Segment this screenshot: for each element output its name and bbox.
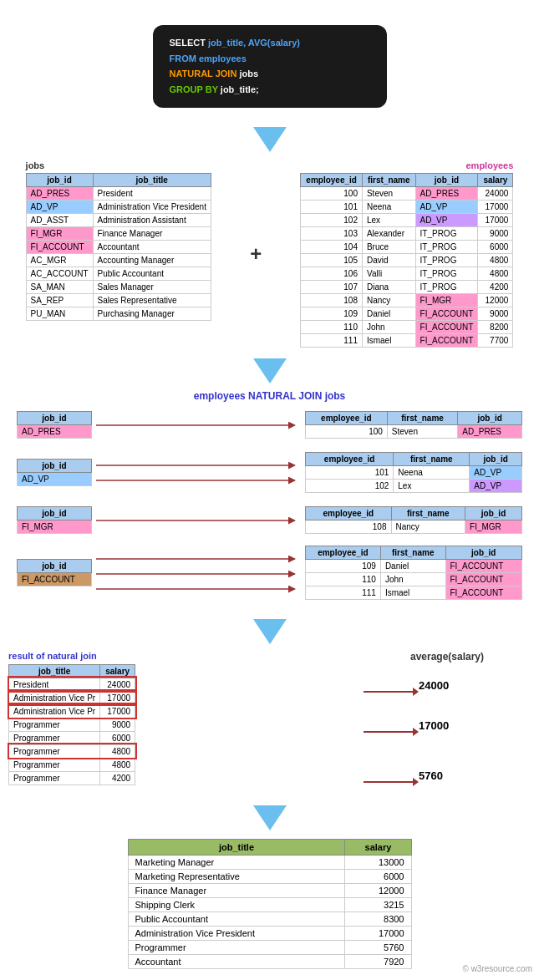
- table-row: Administration Vice Pr17000: [9, 704, 135, 718]
- avg-value-2: 17000: [419, 719, 449, 732]
- job-id-cell: PU_MAN: [26, 307, 93, 320]
- job-title-cell: Finance Manager: [93, 226, 211, 240]
- jobs-col-job_id: job_id: [26, 173, 93, 186]
- table-row: AC_MGRAccounting Manager: [26, 253, 211, 267]
- table-row: 104BruceIT_PROG6000: [301, 240, 513, 253]
- job-id-cell: FI_ACCOUNT: [26, 240, 93, 253]
- avg-value-3: 5760: [419, 769, 443, 782]
- table-row: FI_ACCOUNTAccountant: [26, 240, 211, 253]
- result-left-panel: result of natural join job_titlesalary P…: [8, 651, 355, 785]
- join-right-1: employee_idfirst_namejob_id 100StevenAD_…: [305, 411, 522, 439]
- table-row: 102LexAD_VP17000: [301, 213, 513, 226]
- table-row: Marketing Manager13000: [128, 855, 411, 869]
- join-arrow-3: [96, 505, 305, 536]
- job-id-cell: SA_REP: [26, 293, 93, 307]
- arrow-down-3: [253, 619, 287, 644]
- avg-arrow-3: [364, 781, 414, 783]
- sql-select-keyword: SELECT: [170, 38, 208, 48]
- join-arrow-svg-3: [96, 505, 305, 536]
- job-title-cell: Public Accountant: [93, 267, 211, 280]
- join-left-2: job_id AD_VP: [17, 459, 96, 486]
- table-row: SA_MANSales Manager: [26, 280, 211, 293]
- table-row: Accountant7920: [128, 954, 411, 968]
- sql-join-keyword: NATURAL JOIN: [170, 69, 240, 79]
- job-id-cell: AD_VP: [26, 200, 93, 213]
- table-row: FI_MGRFinance Manager: [26, 226, 211, 240]
- sql-select-cols: job_title, AVG(salary): [208, 38, 300, 48]
- table-row: President24000: [9, 678, 135, 691]
- watermark: © w3resource.com: [462, 964, 532, 973]
- emp-col-salary: salary: [478, 173, 513, 186]
- join-right-4: employee_idfirst_namejob_id 109DanielFI_…: [305, 546, 522, 600]
- join-left-1: job_id AD_PRES: [17, 411, 96, 439]
- join-right-2: employee_idfirst_namejob_id 101NeenaAD_V…: [305, 452, 522, 493]
- jobs-table-label: jobs: [26, 160, 211, 170]
- table-row: 105DavidIT_PROG4800: [301, 253, 513, 267]
- employees-table: employee_id first_name job_id salary 100…: [300, 173, 513, 348]
- table-row: Programmer4200: [9, 771, 135, 785]
- job-id-cell: AC_ACCOUNT: [26, 267, 93, 280]
- avg-row-3: 5760: [364, 769, 531, 795]
- avg-arrow-1: [364, 691, 414, 693]
- job-title-cell: Administration Assistant: [93, 213, 211, 226]
- table-row: Programmer6000: [9, 731, 135, 744]
- table-row: 108NancyFI_MGR12000: [301, 293, 513, 307]
- result-table: job_titlesalary President24000 Administr…: [8, 664, 135, 785]
- join-left-4: job_id FI_ACCOUNT: [17, 559, 96, 586]
- jobs-col-job_title: job_title: [93, 173, 211, 186]
- join-group-4: job_id FI_ACCOUNT employee_idfirst_namej…: [17, 544, 522, 602]
- employees-table-container: employees employee_id first_name job_id …: [300, 160, 513, 348]
- plus-sign: +: [246, 226, 266, 282]
- job-id-cell: AD_PRES: [26, 186, 93, 200]
- emp-col-employee_id: employee_id: [301, 173, 363, 186]
- sql-groupby-keyword: GROUP BY: [170, 84, 221, 94]
- job-title-cell: President: [93, 186, 211, 200]
- sql-join-table: jobs: [239, 69, 258, 79]
- result-label: result of natural join: [8, 651, 355, 661]
- table-row: AD_ASSTAdministration Assistant: [26, 213, 211, 226]
- table-row: 111IsmaelFI_ACCOUNT7700: [301, 333, 513, 347]
- avg-value-1: 24000: [419, 679, 449, 692]
- table-row: Finance Manager12000: [128, 883, 411, 897]
- table-row: 103AlexanderIT_PROG9000: [301, 226, 513, 240]
- job-title-cell: Accountant: [93, 240, 211, 253]
- table-row: Public Accountant8300: [128, 911, 411, 926]
- employees-table-label: employees: [300, 160, 513, 170]
- join-group-2: job_id AD_VP employee_idfirst_namejob_id…: [17, 449, 522, 497]
- join-arrow-2: [96, 449, 305, 497]
- emp-col-job_id: job_id: [415, 173, 478, 186]
- emp-col-first_name: first_name: [362, 173, 415, 186]
- table-row: 106ValliIT_PROG4800: [301, 267, 513, 280]
- table-row: 100StevenAD_PRES24000: [301, 186, 513, 200]
- avg-arrow-2: [364, 731, 414, 733]
- final-section: job_title salary Marketing Manager13000 …: [0, 835, 539, 973]
- table-row: AD_VPAdministration Vice President: [26, 200, 211, 213]
- join-arrow-svg-4: [96, 544, 305, 602]
- arrow-down-4: [253, 805, 287, 830]
- table-row: PU_MANPurchasing Manager: [26, 307, 211, 320]
- final-col-job_title: job_title: [128, 839, 345, 855]
- avg-row-1: 24000: [364, 679, 531, 704]
- table-row: Administration Vice President17000: [128, 926, 411, 940]
- table-row: AD_PRESPresident: [26, 186, 211, 200]
- arrow-down-2: [253, 358, 287, 383]
- table-row: Shipping Clerk3215: [128, 897, 411, 911]
- join-arrow-svg-1: [96, 410, 305, 440]
- job-title-cell: Accounting Manager: [93, 253, 211, 267]
- table-row: Marketing Representative6000: [128, 869, 411, 883]
- table-row: 107DianaIT_PROG4200: [301, 280, 513, 293]
- join-arrow-4: [96, 544, 305, 602]
- table-row: Programmer4800: [9, 758, 135, 771]
- job-title-cell: Purchasing Manager: [93, 307, 211, 320]
- table-row: AC_ACCOUNTPublic Accountant: [26, 267, 211, 280]
- join-diagram: job_id AD_PRES employee_idfirst_namejob_…: [0, 406, 539, 615]
- sql-query-box: SELECT job_title, AVG(salary) FROM emplo…: [153, 25, 387, 108]
- result-section: result of natural join job_titlesalary P…: [0, 647, 539, 799]
- job-id-cell: SA_MAN: [26, 280, 93, 293]
- join-arrow-svg-2: [96, 449, 305, 497]
- natural-join-title: employees NATURAL JOIN jobs: [0, 390, 539, 402]
- table-row: 109DanielFI_ACCOUNT9000: [301, 307, 513, 320]
- avg-title: average(salary): [364, 651, 531, 663]
- job-id-cell: FI_MGR: [26, 226, 93, 240]
- final-col-salary: salary: [345, 839, 411, 855]
